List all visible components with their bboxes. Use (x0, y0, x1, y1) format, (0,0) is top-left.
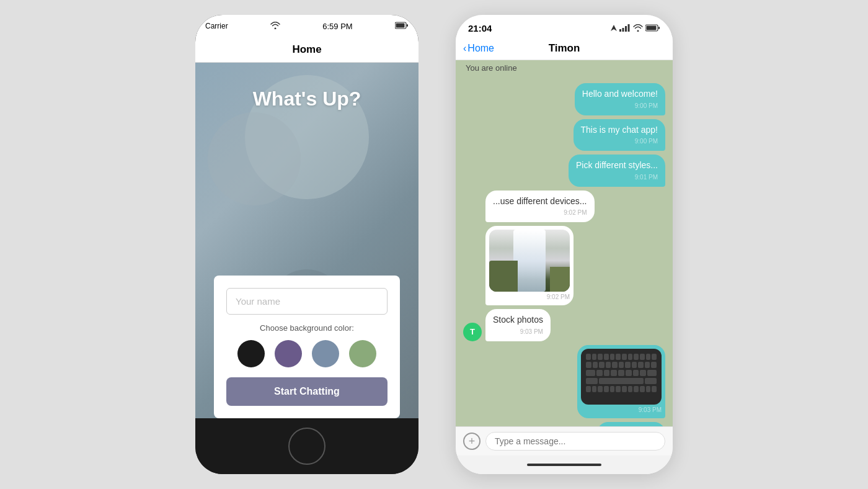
back-button[interactable]: ‹ Home (463, 43, 494, 54)
left-phone: Carrier 6:59 PM Home (195, 15, 418, 474)
message-time: 9:01 PM (576, 173, 658, 182)
svg-rect-2 (407, 24, 408, 27)
carrier-text: Carrier (205, 22, 228, 30)
svg-rect-11 (628, 24, 630, 32)
back-label: Home (467, 43, 494, 54)
svg-marker-7 (611, 25, 617, 31)
message-bubble: Hello and welcome! 9:00 PM (575, 83, 665, 115)
signal-icon (619, 24, 631, 32)
message-time: 9:00 PM (581, 137, 658, 146)
battery-icon-left (395, 22, 409, 31)
message-bubble: Or live photos 9:03 PM (597, 422, 665, 426)
message-time: 9:02 PM (489, 293, 570, 302)
swatch-steel[interactable] (312, 340, 339, 367)
message-bubble: This is my chat app! 9:00 PM (574, 119, 666, 151)
message-time: 9:03 PM (493, 328, 543, 336)
status-icons-right (611, 24, 660, 32)
name-input[interactable] (226, 288, 388, 315)
swatch-purple[interactable] (275, 340, 302, 367)
nav-bar-right: ‹ Home Timon (456, 37, 673, 60)
message-input-bar: + (456, 426, 673, 455)
message-bubble: Stock photos 9:03 PM (485, 309, 551, 341)
navigation-icon (611, 25, 617, 31)
svg-rect-8 (619, 29, 621, 32)
keyboard-image (581, 349, 662, 405)
color-label: Choose background color: (226, 323, 388, 333)
time-left: 6:59 PM (322, 22, 352, 31)
hero-image: What's Up? Choose background color: Star… (195, 63, 418, 418)
message-text: Stock photos (493, 314, 543, 326)
message-text: Pick different styles... (576, 159, 658, 172)
chevron-left-icon: ‹ (463, 43, 466, 54)
message-text: ...use different devices... (493, 195, 587, 208)
message-time: 9:02 PM (493, 209, 587, 217)
start-chatting-button[interactable]: Start Chatting (226, 377, 388, 406)
chat-body: Hello and welcome! 9:00 PM This is my ch… (456, 76, 673, 426)
add-attachment-button[interactable]: + (463, 433, 480, 450)
avatar: T (463, 323, 482, 341)
phone-bottom-left (195, 418, 418, 474)
message-bubble-image: 9:03 PM (577, 345, 665, 418)
waterfall-image (489, 230, 570, 292)
chat-name: Timon (549, 42, 580, 55)
wifi-icon-right (633, 24, 643, 32)
color-swatches (226, 340, 388, 367)
svg-rect-1 (396, 23, 404, 27)
swatch-sage[interactable] (349, 340, 376, 367)
wifi-icon-left (270, 22, 280, 31)
message-text: Hello and welcome! (582, 88, 658, 101)
message-time: 9:03 PM (581, 406, 662, 415)
hero-title: What's Up? (253, 87, 361, 110)
message-bubble-image: 9:02 PM (485, 226, 574, 305)
message-text: This is my chat app! (581, 124, 658, 137)
nav-bar-left: Home (195, 37, 418, 63)
home-indicator-right (527, 464, 601, 466)
table-row: 9:03 PM (463, 345, 665, 418)
table-row: This is my chat app! 9:00 PM (463, 119, 665, 151)
table-row: Hello and welcome! 9:00 PM (463, 83, 665, 115)
svg-rect-14 (658, 27, 660, 29)
svg-rect-9 (622, 28, 624, 32)
table-row: ...use different devices... 9:02 PM (463, 191, 665, 223)
home-button-left[interactable] (288, 428, 326, 465)
svg-rect-13 (647, 26, 657, 30)
message-bubble: Pick different styles... 9:01 PM (569, 155, 665, 187)
online-status: You are online (456, 60, 673, 76)
nav-title-left: Home (292, 43, 321, 55)
table-row: Or live photos 9:03 PM (463, 422, 665, 426)
time-right: 21:04 (468, 23, 492, 34)
battery-icon-right (645, 24, 660, 32)
table-row: 9:02 PM (463, 226, 665, 305)
home-card: Choose background color: Start Chatting (214, 276, 400, 418)
status-bar-left: Carrier 6:59 PM (195, 15, 418, 37)
table-row: T Stock photos 9:03 PM (463, 309, 665, 341)
message-time: 9:00 PM (582, 102, 658, 110)
message-input[interactable] (485, 432, 665, 451)
status-bar-right: 21:04 (456, 15, 673, 37)
swatch-black[interactable] (237, 340, 265, 367)
table-row: Pick different styles... 9:01 PM (463, 155, 665, 187)
right-phone: 21:04 (456, 15, 673, 474)
svg-rect-10 (625, 26, 627, 32)
bottom-bar-right (456, 455, 673, 474)
message-bubble: ...use different devices... 9:02 PM (485, 191, 595, 223)
